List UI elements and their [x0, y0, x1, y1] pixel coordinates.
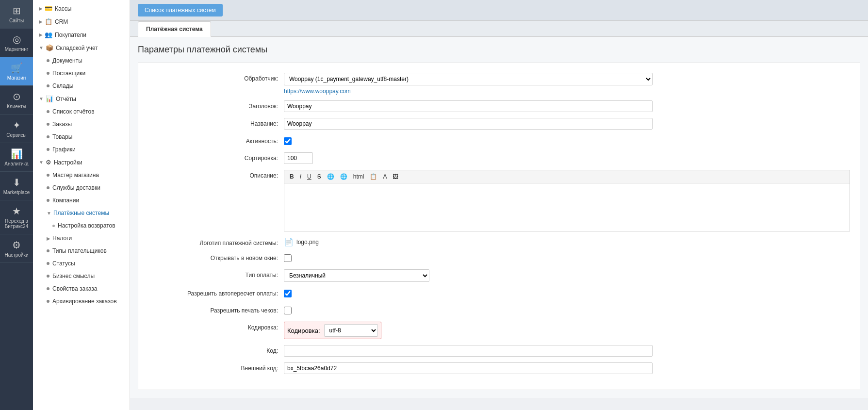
sidebar-item-clients[interactable]: ⊙ Клиенты — [0, 86, 33, 115]
services-label: Сервисы — [6, 132, 26, 138]
crm-label: CRM — [55, 18, 68, 25]
new-window-row: Открывать в новом окне: — [148, 252, 850, 263]
tab-payment-system[interactable]: Платёжная система — [138, 21, 211, 37]
sidebar-item-shop[interactable]: 🛒 Магазин — [0, 57, 33, 86]
editor-strikethrough[interactable]: S — [315, 172, 324, 181]
nav-item-warehouse[interactable]: ▼ 📦 Складской учет — [33, 41, 130, 54]
statuses-dot — [47, 262, 49, 265]
sites-label: Сайты — [9, 18, 24, 23]
code-input[interactable] — [284, 345, 653, 357]
nav-item-documents[interactable]: Документы — [33, 54, 130, 67]
handler-select[interactable]: Wooppay (1c_payment_gateway_utf8-master) — [284, 73, 653, 85]
nav-item-payer-types[interactable]: Типы плательщиков — [33, 245, 130, 257]
nav-item-suppliers[interactable]: Поставщики — [33, 67, 130, 80]
services-icon: ✦ — [13, 119, 21, 131]
header-input[interactable] — [284, 100, 653, 112]
logo-filename: logo.png — [296, 239, 319, 246]
bitrix24-label: Переход в Битрикс24 — [2, 218, 31, 229]
external-code-input[interactable] — [284, 362, 653, 374]
auto-recalc-checkbox[interactable] — [284, 290, 292, 297]
nav-item-reports-list[interactable]: Список отчётов — [33, 105, 130, 118]
nav-item-business-meanings[interactable]: Бизнес смыслы — [33, 270, 130, 282]
nav-item-payment-systems[interactable]: ▼ Платёжные системы — [33, 207, 130, 219]
nav-item-taxes[interactable]: ▶ Налоги — [33, 232, 130, 245]
sidebar-item-services[interactable]: ✦ Сервисы — [0, 115, 33, 143]
activity-row: Активность: — [148, 135, 850, 147]
clients-label: Клиенты — [7, 104, 26, 109]
new-window-checkbox[interactable] — [284, 254, 292, 262]
encoding-select[interactable]: utf-8 windows-1251 koi8-r — [324, 324, 378, 337]
code-row: Код: — [148, 345, 850, 357]
refunds-label: Настройка возвратов — [58, 222, 115, 229]
warehouses-label: Склады — [52, 82, 73, 89]
sort-label: Сортировка: — [148, 152, 284, 162]
payment-type-select[interactable]: Безналичный Наличный Другой — [284, 269, 429, 282]
nav-item-order-properties[interactable]: Свойства заказа — [33, 282, 130, 295]
nav-item-buyers[interactable]: ▶ 👥 Покупатели — [33, 28, 130, 41]
sidebar-item-marketplace[interactable]: ⬇ Marketplace — [0, 172, 33, 200]
handler-link[interactable]: https://www.wooppay.com — [284, 88, 351, 95]
sidebar-item-marketing[interactable]: ◎ Маркетинг — [0, 29, 33, 57]
nav-item-delivery[interactable]: Службы доставки — [33, 181, 130, 194]
business-meanings-dot — [47, 275, 49, 278]
companies-label: Компании — [52, 197, 79, 204]
editor-font[interactable]: A — [380, 172, 389, 181]
sites-icon: ⊞ — [13, 5, 21, 16]
code-field — [284, 345, 850, 357]
payer-types-label: Типы плательщиков — [52, 247, 107, 254]
nav-item-products[interactable]: Товары — [33, 131, 130, 143]
kassy-arrow: ▶ — [39, 6, 43, 11]
nav-item-kassy[interactable]: ▶ 💳 Кассы — [33, 2, 130, 15]
name-input[interactable] — [284, 118, 653, 130]
charts-label: Графики — [52, 146, 76, 153]
nav-item-statuses[interactable]: Статусы — [33, 257, 130, 270]
editor-underline[interactable]: U — [305, 172, 314, 181]
editor-area[interactable] — [284, 183, 850, 231]
nav-item-archive-orders[interactable]: Архивирование заказов — [33, 295, 130, 308]
editor-toolbar: B I U S 🌐 🌐 html 📋 A 🖼 — [284, 170, 850, 183]
editor-image2[interactable]: 🌐 — [338, 172, 350, 181]
page-title: Параметры платежной системы — [138, 45, 860, 55]
activity-checkbox[interactable] — [284, 137, 292, 145]
header-form-label: Заголовок: — [148, 100, 284, 110]
shop-icon: 🛒 — [11, 62, 23, 74]
sort-input[interactable] — [284, 152, 313, 164]
sidebar-item-bitrix24[interactable]: ★ Переход в Битрикс24 — [0, 200, 33, 234]
nav-item-orders[interactable]: Заказы — [33, 118, 130, 131]
editor-image1[interactable]: 🌐 — [325, 172, 337, 181]
warehouses-dot — [47, 84, 49, 87]
auto-recalc-row: Разрешить автопересчет оплаты: — [148, 288, 850, 299]
encoding-row: Кодировка: Кодировка: utf-8 windows-1251… — [148, 322, 850, 339]
shop-label: Магазин — [7, 75, 26, 81]
editor-italic[interactable]: I — [297, 172, 304, 181]
editor-media[interactable]: 🖼 — [390, 172, 401, 181]
print-check-checkbox[interactable] — [284, 307, 292, 314]
nav-item-crm[interactable]: ▶ 📋 CRM — [33, 15, 130, 28]
top-bar: Список платежных систем — [130, 0, 868, 21]
sidebar-item-analytics[interactable]: 📊 Аналитика — [0, 143, 33, 172]
charts-dot — [47, 148, 49, 151]
sidebar-item-sites[interactable]: ⊞ Сайты — [0, 0, 33, 29]
nav-item-charts[interactable]: Графики — [33, 143, 130, 156]
sidebar-icons: ⊞ Сайты ◎ Маркетинг 🛒 Магазин ⊙ Клиенты … — [0, 0, 33, 410]
editor-html[interactable]: html — [351, 172, 367, 181]
nav-item-companies[interactable]: Компании — [33, 194, 130, 207]
marketplace-label: Marketplace — [3, 190, 30, 195]
nav-item-warehouses[interactable]: Склады — [33, 80, 130, 92]
handler-row: Обработчик: Wooppay (1c_payment_gateway_… — [148, 73, 850, 95]
description-field: B I U S 🌐 🌐 html 📋 A 🖼 — [284, 170, 850, 231]
payment-systems-list-button[interactable]: Список платежных систем — [138, 4, 223, 16]
print-check-row: Разрешить печать чеков: — [148, 305, 850, 316]
nav-item-refunds[interactable]: Настройка возвратов — [33, 219, 130, 232]
name-field — [284, 118, 850, 130]
documents-dot — [47, 59, 49, 62]
sidebar-item-settings-icon[interactable]: ⚙ Настройки — [0, 234, 33, 263]
suppliers-dot — [47, 72, 49, 75]
encoding-label-text: Кодировка: — [287, 327, 320, 334]
nav-item-settings-section[interactable]: ▼ ⚙ Настройки — [33, 156, 130, 169]
editor-bold[interactable]: B — [287, 172, 296, 181]
encoding-field: Кодировка: utf-8 windows-1251 koi8-r — [284, 322, 850, 339]
nav-item-shop-wizard[interactable]: Мастер магазина — [33, 169, 130, 181]
nav-item-reports[interactable]: ▼ 📊 Отчёты — [33, 92, 130, 105]
editor-copy[interactable]: 📋 — [367, 172, 379, 181]
